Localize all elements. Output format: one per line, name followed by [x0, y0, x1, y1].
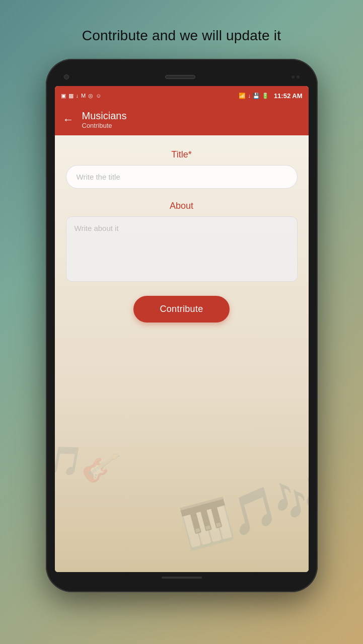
earpiece-speaker [165, 75, 195, 79]
app-bar: ← Musicians Contribute [55, 105, 309, 135]
notification-icon-2: ▦ [68, 93, 74, 99]
page-outer-title: Contribute and we will update it [82, 28, 281, 44]
status-bar: ▣ ▦ ↓ M ◎ ☺ 📶 ↓ 💾 🔋 11:52 AM [55, 86, 309, 105]
battery-icon: 🔋 [262, 93, 269, 99]
app-bar-titles: Musicians Contribute [82, 110, 127, 129]
bg-decoration-1: 🎹🎵🎶 [177, 473, 308, 549]
title-input[interactable] [66, 165, 298, 189]
about-textarea[interactable] [66, 216, 298, 282]
home-indicator [162, 577, 202, 579]
sd-icon: 💾 [253, 93, 260, 99]
led-indicators [292, 75, 300, 78]
led-dot-1 [292, 75, 295, 78]
status-icons-left: ▣ ▦ ↓ M ◎ ☺ [61, 93, 102, 99]
title-label: Title* [66, 149, 298, 160]
about-label: About [66, 201, 298, 211]
front-camera [64, 74, 69, 79]
notification-icon-1: ▣ [61, 93, 66, 99]
status-time: 11:52 AM [274, 92, 303, 100]
contribute-button[interactable]: Contribute [133, 296, 229, 323]
app-bar-subtitle: Contribute [82, 122, 127, 129]
status-icons-right: 📶 ↓ 💾 🔋 11:52 AM [239, 92, 302, 100]
data-icon: ↓ [248, 93, 251, 99]
phone-top-bar [55, 68, 309, 86]
back-button[interactable]: ← [63, 114, 74, 125]
notification-icon-4: M [81, 93, 86, 99]
bg-decoration-2: 🎵🎸 [55, 440, 123, 488]
led-dot-2 [297, 75, 300, 78]
phone-device: ▣ ▦ ↓ M ◎ ☺ 📶 ↓ 💾 🔋 11:52 AM ← Musicians… [46, 59, 318, 592]
notification-icon-6: ☺ [96, 93, 101, 99]
wifi-icon: 📶 [239, 93, 246, 99]
app-bar-title: Musicians [82, 110, 127, 122]
phone-bottom-bar [55, 572, 309, 583]
notification-icon-5: ◎ [88, 93, 93, 99]
screen-content: 🎹🎵🎶 🎵🎸 Title* About Contribute [55, 135, 309, 572]
phone-screen: ▣ ▦ ↓ M ◎ ☺ 📶 ↓ 💾 🔋 11:52 AM ← Musicians… [55, 86, 309, 572]
notification-icon-3: ↓ [76, 93, 79, 99]
required-star: * [188, 149, 192, 159]
